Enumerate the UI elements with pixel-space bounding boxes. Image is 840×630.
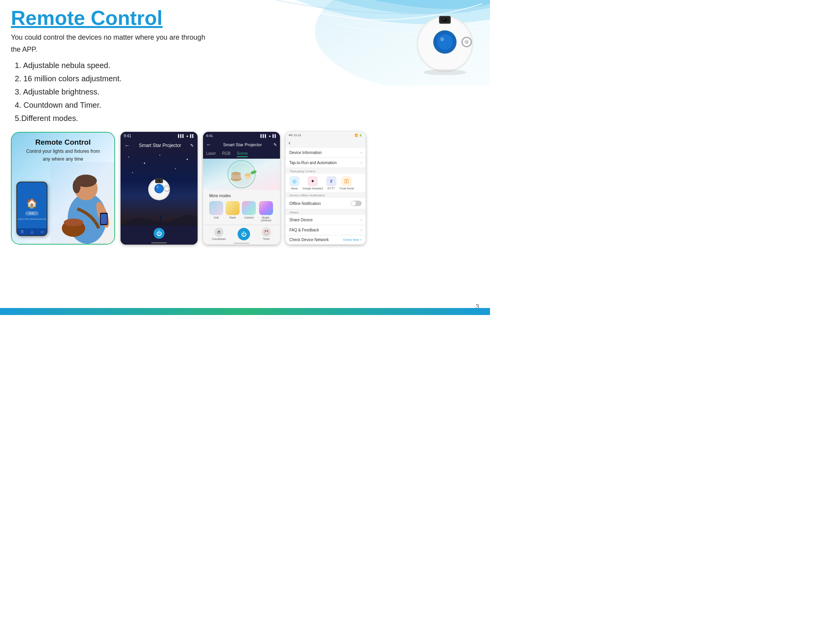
countdown-label: Countdown <box>212 238 226 240</box>
mode-flash[interactable]: Flash <box>226 201 240 222</box>
svg-point-6 <box>437 34 453 50</box>
tmall-icon: ⚿ <box>341 176 352 186</box>
tmall-item[interactable]: ⚿ Tmall Genie <box>340 176 354 190</box>
rgb-edit-icon[interactable]: ✎ <box>273 142 277 147</box>
ifttt-item[interactable]: if IFTTT <box>326 176 336 190</box>
rgb-nav-bar: ← Smart Star Projector ✎ <box>203 140 280 150</box>
rgb-back-arrow[interactable]: ← <box>206 142 212 148</box>
alexa-label: Alexa <box>291 187 298 190</box>
faq-label: FAQ & Feedback <box>289 228 319 232</box>
countdown-icon: ⏱ <box>214 228 224 237</box>
settings-device-info[interactable]: Device Information › <box>285 148 366 158</box>
tab-rgb[interactable]: RGB <box>222 151 231 157</box>
app-nav-bar: ← Smart Star Projector ✎ <box>121 140 198 151</box>
svg-point-27 <box>156 185 163 192</box>
promo-subtitle-1: Control your lights and fixtures from <box>12 148 114 155</box>
star-4 <box>175 168 176 169</box>
page-title: Remote Control <box>11 7 479 29</box>
phone-register-label: 9:41 <box>25 211 38 215</box>
feature-list: 1. Adjustable nebula speed. 2. 16 millio… <box>15 59 479 125</box>
device-info-label: Device Information <box>289 150 322 155</box>
app-screen-title: Smart Star Projector <box>139 143 181 148</box>
faq-arrow: › <box>360 228 362 232</box>
star-1 <box>128 157 129 158</box>
feature-item-2: 2. 16 million colors adjustment. <box>15 72 479 85</box>
settings-tap-to-run[interactable]: Tap-to-Run and Automation › <box>285 158 366 168</box>
rgb-power-button[interactable]: ⏻ <box>238 228 250 240</box>
svg-point-18 <box>73 179 80 193</box>
svg-point-10 <box>443 18 447 22</box>
check-network-label: Check Device Network <box>289 238 329 242</box>
svg-rect-21 <box>101 214 107 224</box>
alexa-item[interactable]: ◎ Alexa <box>289 176 299 190</box>
tap-to-run-label: Tap-to-Run and Automation <box>289 161 337 165</box>
status-icons: ▌▌▌ ▲ ▌▌ <box>178 134 194 138</box>
star-6 <box>132 172 133 173</box>
svg-point-13 <box>465 40 469 44</box>
settings-nav: ‹ <box>285 138 366 148</box>
share-device-arrow: › <box>360 218 362 222</box>
share-device-item[interactable]: Share Device › <box>285 215 366 225</box>
settings-back-arrow[interactable]: ‹ <box>289 140 290 146</box>
tap-to-run-arrow: › <box>360 161 362 165</box>
svg-rect-33 <box>160 218 161 220</box>
mode-soft[interactable]: Soft <box>209 201 223 222</box>
rgb-scene-image <box>203 159 280 190</box>
others-section-header: Others <box>285 209 366 215</box>
device-icon <box>145 175 173 202</box>
google-assistant-icon: ✦ <box>308 176 318 186</box>
tab-scene[interactable]: Scene <box>237 151 248 157</box>
app-home-indicator <box>121 241 198 245</box>
timer-icon: ⏰ <box>262 228 271 237</box>
svg-point-11 <box>443 18 445 20</box>
ifttt-label: IFTTT <box>327 187 335 190</box>
mode-soft-label: Soft <box>214 216 219 219</box>
check-network-action[interactable]: Check Now > <box>343 238 362 242</box>
mode-flash-thumb <box>226 201 240 215</box>
svg-point-28 <box>156 186 159 188</box>
mode-bright-thumb <box>259 201 273 215</box>
app-status-bar: 9:41 ▌▌▌ ▲ ▌▌ <box>121 132 198 140</box>
promo-phone-screen: 🏠 9:41 Log in with existing account ☰ △ … <box>16 182 47 236</box>
svg-point-3 <box>424 69 466 75</box>
third-party-row: ◎ Alexa ✦ Google Assistant if IFTTT <box>285 174 366 192</box>
feature-item-5: 5.Different modes. <box>15 112 479 125</box>
rgb-bottom-controls: ⏱ Countdown ⏻ ⏰ Timer <box>203 225 280 243</box>
svg-point-7 <box>440 37 444 41</box>
edit-icon[interactable]: ✎ <box>190 143 194 148</box>
svg-point-23 <box>64 219 83 226</box>
check-network-item[interactable]: Check Device Network Check Now > <box>285 235 366 245</box>
power-button[interactable]: ⏻ <box>154 228 164 239</box>
mode-colorful[interactable]: Colorful <box>242 201 256 222</box>
timer-label: Timer <box>263 238 270 240</box>
feature-item-3: 3. Adjustable brightness. <box>15 85 479 98</box>
timer-control[interactable]: ⏰ Timer <box>262 228 271 240</box>
mode-bright[interactable]: Bright-coloured <box>258 201 274 222</box>
star-2 <box>144 163 145 164</box>
settings-status-icons: 📶 🔋 <box>355 134 362 137</box>
ifttt-icon: if <box>326 176 336 186</box>
offline-notification-item[interactable]: Offline Notification <box>285 198 366 209</box>
countdown-control[interactable]: ⏱ Countdown <box>212 228 226 240</box>
status-time: 9:41 <box>124 134 131 138</box>
rgb-status-bar: 9:41 ▌▌▌ ▲ ▌▌ <box>203 132 280 140</box>
tab-laser[interactable]: Laser <box>206 151 216 157</box>
google-assistant-label: Google Assistant <box>303 187 323 190</box>
alexa-icon: ◎ <box>289 176 299 186</box>
google-assistant-item[interactable]: ✦ Google Assistant <box>303 176 323 190</box>
rgb-time: 9:41 <box>206 134 213 138</box>
faq-item[interactable]: FAQ & Feedback › <box>285 225 366 235</box>
offline-notification-label: Offline Notification <box>289 201 321 206</box>
intro-text-line1: You could control the devices no matter … <box>11 32 291 43</box>
offline-toggle[interactable] <box>351 201 362 206</box>
share-device-label: Share Device <box>289 218 313 222</box>
intro-text-line2: the APP. <box>11 44 291 55</box>
svg-point-30 <box>158 179 160 182</box>
back-arrow[interactable]: ← <box>124 142 130 149</box>
svg-rect-43 <box>245 173 250 176</box>
rgb-screen-title: Smart Star Projector <box>223 142 262 147</box>
feature-item-4: 4. Countdown and Timer. <box>15 98 479 112</box>
feature-item-1: 1. Adjustable nebula speed. <box>15 59 479 72</box>
tmall-label: Tmall Genie <box>340 187 354 190</box>
third-party-section-header: Third-party Control <box>285 168 366 174</box>
